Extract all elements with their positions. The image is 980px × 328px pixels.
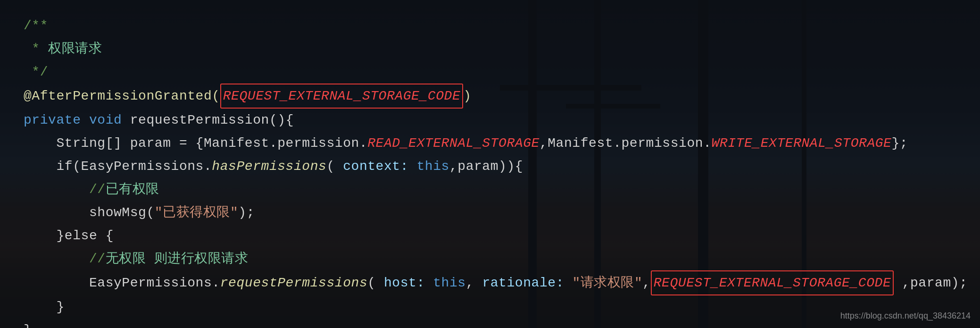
code-token: hasPermissions [212, 159, 326, 174]
code-token: , [642, 276, 650, 290]
code-line: String[] param = {Manifest.permission.RE… [24, 132, 956, 155]
code-token: requestPermission(){ [122, 113, 294, 127]
highlighted-constant: REQUEST_EXTERNAL_STORAGE_CODE [220, 84, 464, 109]
code-line: //无权限 则进行权限请求 [24, 247, 956, 270]
code-line: /** [24, 14, 956, 37]
code-token [564, 276, 572, 290]
code-token: , [466, 276, 482, 290]
code-token: ( [326, 159, 343, 174]
code-token: ( [367, 276, 384, 290]
code-line: EasyPermissions.requestPermissions( host… [24, 270, 956, 295]
code-token: "请求权限" [572, 276, 642, 290]
code-token: 已有权限 [106, 182, 159, 197]
code-token: }else { [24, 228, 114, 243]
code-token: * [24, 42, 48, 56]
code-token: // [24, 252, 106, 266]
code-token: */ [24, 65, 48, 79]
code-token: // [24, 182, 106, 197]
code-token: } [24, 323, 32, 328]
code-token: if(EasyPermissions. [24, 159, 212, 174]
code-token: ) [463, 89, 471, 103]
code-line: //已有权限 [24, 178, 956, 201]
code-token: }; [891, 136, 908, 151]
code-token: WRITE_EXTERNAL_STORAGE [712, 136, 892, 151]
code-line: } [24, 319, 956, 328]
code-token: EasyPermissions. [24, 276, 220, 290]
code-line: @AfterPermissionGranted(REQUEST_EXTERNAL… [24, 84, 956, 109]
code-token: 无权限 则进行权限请求 [106, 252, 249, 266]
code-token: 权限请求 [48, 42, 102, 56]
code-token [81, 113, 89, 127]
code-token: ,Manifest.permission. [540, 136, 712, 151]
code-line: */ [24, 60, 956, 84]
code-token: READ_EXTERNAL_STORAGE [367, 136, 540, 151]
code-content: /** * 权限请求 */@AfterPermissionGranted(REQ… [0, 0, 980, 328]
code-token: /** [24, 18, 48, 33]
code-token: ); [238, 205, 255, 220]
code-token: ,param); [894, 276, 967, 290]
code-token: this [408, 159, 449, 174]
code-line: }else { [24, 224, 956, 247]
code-token: ,param)){ [449, 159, 523, 174]
code-token: } [24, 300, 65, 314]
main-container: /** * 权限请求 */@AfterPermissionGranted(REQ… [0, 0, 980, 328]
code-token: this [425, 276, 466, 290]
code-line: if(EasyPermissions.hasPermissions( conte… [24, 155, 956, 178]
watermark: https://blog.csdn.net/qq_38436214 [840, 311, 971, 321]
code-line: } [24, 295, 956, 319]
code-token: String[] param = {Manifest.permission. [24, 136, 367, 151]
code-line: private void requestPermission(){ [24, 109, 956, 132]
code-token: "已获得权限" [155, 205, 239, 220]
code-token: context: [343, 159, 408, 174]
code-token: void [89, 113, 122, 127]
highlighted-constant: REQUEST_EXTERNAL_STORAGE_CODE [651, 270, 894, 295]
code-line: * 权限请求 [24, 37, 956, 60]
code-token: showMsg( [24, 205, 155, 220]
code-token: private [24, 113, 81, 127]
code-token: requestPermissions [220, 276, 368, 290]
code-token: @AfterPermissionGranted( [24, 89, 220, 103]
code-token: rationale: [482, 276, 564, 290]
code-token: host: [384, 276, 425, 290]
code-line: showMsg("已获得权限"); [24, 201, 956, 224]
